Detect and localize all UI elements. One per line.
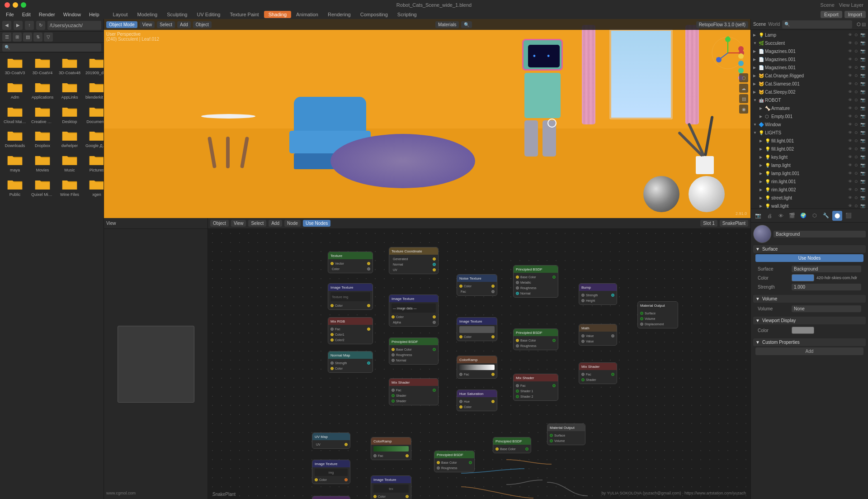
render-icon[interactable]: 📷 (859, 122, 866, 127)
tree-item[interactable]: ▶ 🐱 Cat.Sleepy.002 👁 ⊙ 📷 (751, 88, 868, 96)
tab-shading[interactable]: Shading (264, 11, 291, 18)
view-menu-btn[interactable]: View (140, 21, 155, 28)
volume-header[interactable]: ▼ Volume (753, 295, 866, 303)
node-14[interactable]: Principled BSDF Base Color Roughness (513, 328, 558, 350)
filter-btn[interactable]: ▽ (44, 33, 53, 42)
tab-animation[interactable]: Animation (292, 11, 323, 18)
file-item[interactable]: 3D-CoatV4 (30, 55, 55, 77)
cursor-icon[interactable]: ⊙ (853, 130, 859, 135)
eye-icon[interactable]: 👁 (847, 171, 853, 176)
cursor-icon[interactable]: ⊙ (853, 171, 859, 176)
render-icon[interactable]: 📷 (859, 106, 866, 110)
eye-icon[interactable]: 👁 (847, 90, 853, 94)
color-swatch[interactable] (792, 274, 814, 281)
node-select-btn[interactable]: Select (248, 220, 266, 227)
render-icon[interactable]: 📷 (859, 179, 866, 184)
render-icon[interactable]: 📷 (859, 49, 866, 53)
cursor-icon[interactable]: ⊙ (853, 81, 859, 86)
render-icon[interactable]: 📷 (859, 65, 866, 70)
minimize-button[interactable] (13, 2, 18, 8)
cursor-icon[interactable]: ⊙ (853, 57, 859, 62)
node-13[interactable]: Principled BSDF Base Color Metallic Roug… (513, 265, 558, 298)
render-icon[interactable]: 📷 (859, 90, 866, 94)
cursor-icon[interactable]: ⊙ (853, 204, 859, 208)
node-10[interactable]: Image Texture Color (457, 317, 497, 341)
eye-icon[interactable]: 👁 (847, 65, 853, 70)
sort-btn[interactable]: ⇅ (33, 33, 42, 42)
tree-item[interactable]: ▶ 💡 lamp.light 👁 ⊙ 📷 (751, 161, 868, 169)
eye-icon[interactable]: 👁 (847, 33, 853, 37)
node-26[interactable]: Principled BSDF Base Color (493, 437, 531, 453)
eye-icon[interactable]: 👁 (847, 114, 853, 119)
viewport-icon2[interactable]: ☁ (739, 84, 748, 93)
render-icon[interactable]: 📷 (859, 204, 866, 208)
tree-item[interactable]: ▶ 💡 rim.light.002 👁 ⊙ 📷 (751, 185, 868, 194)
render-icon[interactable]: 📷 (859, 187, 866, 192)
eye-icon[interactable]: 👁 (847, 122, 853, 127)
node-5[interactable]: Texture Coordinate Generated Normal UV (389, 247, 439, 274)
node-2[interactable]: Image Texture Texture img Color (328, 283, 373, 310)
node-9[interactable]: Noise Texture Color Fac (457, 274, 497, 296)
file-item[interactable]: Adm (2, 79, 28, 101)
render-icon[interactable]: 📷 (859, 138, 866, 143)
node-24[interactable]: Image Texture tex Color (371, 475, 411, 499)
custom-props-header[interactable]: ▼ Custom Properties (753, 338, 866, 346)
tree-item[interactable]: ▶ 📄 Magazines.001 👁 ⊙ 📷 (751, 63, 868, 71)
node-3[interactable]: Mix RGB Fac Color1 Color2 (328, 317, 373, 344)
eye-icon[interactable]: 👁 (847, 73, 853, 78)
eye-icon[interactable]: 👁 (847, 179, 853, 184)
file-item[interactable]: xgen (84, 176, 104, 199)
node-node-btn[interactable]: Node (284, 220, 301, 227)
render-icon[interactable]: 📷 (859, 147, 866, 151)
viewport-display-header[interactable]: ▼ Viewport Display (753, 317, 866, 324)
file-item[interactable]: Desktop (57, 104, 82, 126)
cursor-icon[interactable]: ⊙ (853, 147, 859, 151)
render-icon[interactable]: 📷 (859, 73, 866, 78)
tree-item[interactable]: ▶ 💡 rim.light.001 👁 ⊙ 📷 (751, 177, 868, 185)
menu-help[interactable]: Help (85, 11, 103, 18)
object-mode-btn[interactable]: Object Mode (106, 21, 137, 28)
file-item[interactable]: Pictures (84, 152, 104, 174)
file-item[interactable]: Public (2, 176, 28, 199)
tab-view[interactable]: 👁 (776, 211, 786, 221)
eye-icon[interactable]: 👁 (847, 138, 853, 143)
eye-icon[interactable]: 👁 (847, 81, 853, 86)
cursor-icon[interactable]: ⊙ (853, 98, 859, 102)
viewport-icon4[interactable]: ◉ (739, 105, 748, 114)
cursor-icon[interactable]: ⊙ (853, 90, 859, 94)
file-item[interactable]: Wine Files (57, 176, 82, 199)
node-18[interactable]: Mix Shader Fac Shader (579, 362, 617, 384)
surface-header[interactable]: ▼ Surface (753, 245, 866, 253)
strength-value[interactable]: 1.000 (792, 284, 861, 290)
eye-icon[interactable]: 👁 (847, 98, 853, 102)
tab-compositing[interactable]: Compositing (356, 11, 392, 18)
tab-layout[interactable]: Layout (108, 11, 132, 18)
tab-modeling[interactable]: Modeling (133, 11, 162, 18)
cursor-icon[interactable]: ⊙ (853, 155, 859, 159)
add-menu-btn[interactable]: Add (177, 21, 191, 28)
select-menu-btn[interactable]: Select (157, 21, 175, 28)
tab-object[interactable]: ⬡ (810, 211, 820, 221)
file-item[interactable]: Downloads (2, 128, 28, 150)
file-item[interactable]: Music (57, 152, 82, 174)
tree-item[interactable]: ▶ 🐱 Cat.Orange.Rigged 👁 ⊙ 📷 (751, 71, 868, 80)
export-button[interactable]: Export (821, 11, 842, 18)
file-item[interactable]: Dropbox (30, 128, 55, 150)
cursor-icon[interactable]: ⊙ (853, 179, 859, 184)
node-canvas[interactable]: Texture Vector Color Image Texture Textu… (208, 229, 750, 499)
tab-scene[interactable]: 🎬 (787, 211, 797, 221)
node-16[interactable]: Bump Strength Height (579, 283, 617, 305)
eye-icon[interactable]: 👁 (847, 106, 853, 110)
tab-texture-paint[interactable]: Texture Paint (225, 11, 263, 18)
file-item[interactable]: blenderkit_d... (84, 79, 104, 101)
add-property-btn[interactable]: Add (755, 347, 863, 355)
file-item[interactable]: Movies (30, 152, 55, 174)
surface-value[interactable]: Background (792, 266, 861, 272)
view-label-node[interactable]: View (106, 221, 116, 226)
nav-forward[interactable]: ▶ (14, 21, 23, 30)
menu-render[interactable]: Render (35, 11, 59, 18)
tab-sculpting[interactable]: Sculpting (162, 11, 192, 18)
node-object-btn[interactable]: SnakePlant (720, 220, 748, 227)
file-item[interactable]: Applications (30, 79, 55, 101)
render-icon[interactable]: 📷 (859, 171, 866, 176)
